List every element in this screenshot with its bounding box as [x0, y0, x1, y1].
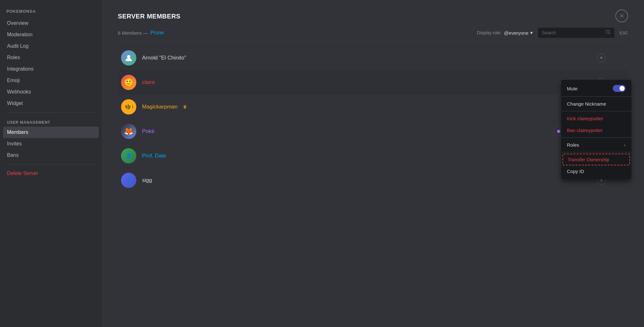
main-content: ✕ SERVER MEMBERS 6 Members — Prune Displ… — [102, 0, 644, 327]
sidebar-divider — [6, 112, 96, 113]
roles-area: + — [597, 53, 606, 62]
context-menu-divider — [561, 96, 631, 97]
sidebar: POKEMONSA Overview Moderation Audit Log … — [0, 0, 102, 327]
context-menu-divider-4 — [561, 152, 631, 152]
mute-toggle[interactable] — [613, 85, 626, 92]
close-icon: ✕ — [619, 12, 624, 19]
member-name: Magickarpman — [142, 104, 178, 110]
role-dot — [557, 130, 560, 133]
member-row: 👤 sigg + — [118, 168, 628, 193]
context-menu-item-change-nickname[interactable]: Change Nickname — [561, 98, 631, 110]
context-menu-item-roles[interactable]: Roles › — [561, 139, 631, 151]
member-name: sigg — [142, 177, 152, 184]
display-role-container: Display role: @everyone ▾ — [477, 30, 533, 36]
user-management-section-label: USER MANAGEMENT — [3, 116, 99, 127]
sidebar-item-webhooks[interactable]: Webhooks — [3, 86, 99, 98]
search-icon — [605, 30, 611, 36]
avatar: 🙂 — [121, 75, 136, 90]
sidebar-item-emoji[interactable]: Emoji — [3, 75, 99, 86]
sidebar-item-overview[interactable]: Overview — [3, 17, 99, 29]
server-name: POKEMONSA — [3, 6, 99, 17]
sidebar-item-widget[interactable]: Widget — [3, 98, 99, 109]
context-menu-item-ban[interactable]: Ban claireypotter — [561, 124, 631, 136]
context-menu-item-kick[interactable]: Kick claireypotter — [561, 113, 631, 124]
sidebar-item-audit-log[interactable]: Audit Log — [3, 40, 99, 52]
chevron-right-icon: › — [624, 142, 626, 148]
search-box — [538, 28, 614, 38]
member-row: 👤 Prof. Dale Hystic + — [118, 144, 628, 168]
sidebar-item-moderation[interactable]: Moderation — [3, 29, 99, 40]
sidebar-item-integrations[interactable]: Integrations — [3, 63, 99, 75]
member-name: Prof. Dale — [142, 153, 166, 159]
esc-label[interactable]: ESC — [619, 31, 628, 35]
members-count: 6 Members — [118, 30, 142, 36]
prune-link[interactable]: Prune — [150, 30, 164, 36]
close-button[interactable]: ✕ — [615, 10, 628, 22]
avatar: 👤 — [121, 173, 136, 188]
sidebar-divider-2 — [6, 164, 96, 164]
members-header: 6 Members — Prune Display role: @everyon… — [118, 28, 628, 42]
member-row: 🐠 Magickarpman ♛ Instinct + — [118, 95, 628, 119]
chevron-down-icon: ▾ — [530, 30, 533, 36]
sidebar-item-members[interactable]: Members — [3, 127, 99, 138]
sidebar-item-bans[interactable]: Bans — [3, 150, 99, 161]
member-row: Arnold "El Chinito" + — [118, 46, 628, 70]
context-menu-item-mute[interactable]: Mute — [561, 82, 631, 95]
avatar: 🐠 — [121, 99, 136, 115]
context-menu-item-transfer-ownership[interactable]: Transfer Ownership — [562, 154, 630, 165]
members-dash: — — [143, 30, 148, 36]
members-controls: Display role: @everyone ▾ ESC — [477, 28, 628, 38]
member-name: Arnold "El Chinito" — [142, 55, 186, 61]
crown-icon: ♛ — [183, 104, 187, 110]
members-list: Arnold "El Chinito" + 🙂 claire Valor + — [118, 46, 628, 193]
search-input[interactable] — [542, 30, 603, 35]
display-role-label: Display role: — [477, 30, 501, 35]
member-name: claire — [142, 79, 155, 86]
member-row: 🙂 claire Valor + ⋮ Mute — [118, 70, 628, 95]
context-menu: Mute Change Nickname Kick claireypotter … — [561, 80, 631, 179]
sidebar-item-roles[interactable]: Roles — [3, 52, 99, 63]
member-row: 🦊 Poké Team Rockett + — [118, 119, 628, 144]
role-selector-value: @everyone — [504, 30, 528, 36]
svg-line-1 — [609, 33, 610, 34]
page-title: SERVER MEMBERS — [118, 13, 628, 20]
add-role-button[interactable]: + — [597, 53, 606, 62]
avatar: 🦊 — [121, 124, 136, 139]
sidebar-item-invites[interactable]: Invites — [3, 138, 99, 150]
sidebar-item-delete-server[interactable]: Delete Server — [3, 168, 99, 179]
svg-point-2 — [127, 55, 130, 58]
context-menu-divider-3 — [561, 137, 631, 138]
avatar — [121, 50, 136, 66]
context-menu-divider-2 — [561, 111, 631, 111]
context-menu-item-copy-id[interactable]: Copy ID — [561, 165, 631, 177]
avatar: 👤 — [121, 148, 136, 164]
plus-icon: + — [600, 55, 603, 61]
member-name: Poké — [142, 128, 154, 135]
role-selector-button[interactable]: @everyone ▾ — [504, 30, 533, 36]
svg-point-0 — [606, 30, 610, 34]
